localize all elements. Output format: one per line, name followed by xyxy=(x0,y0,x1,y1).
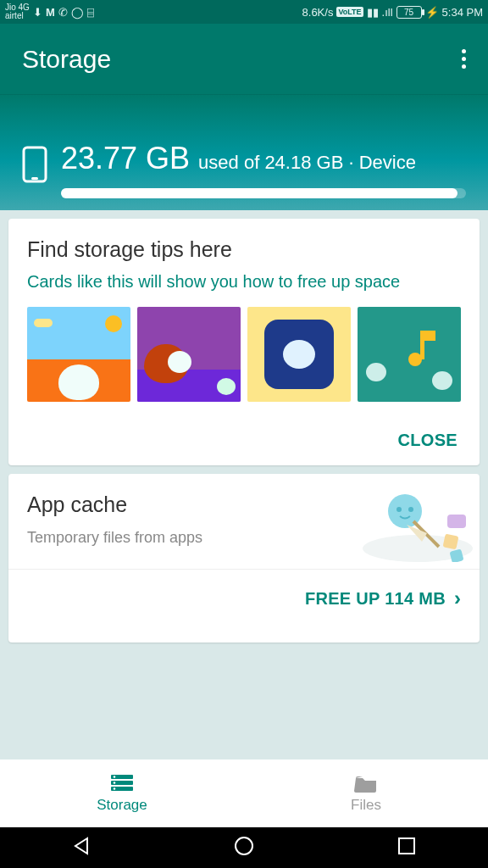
nav-files-label: Files xyxy=(351,797,381,814)
signal-2-icon: .ıll xyxy=(382,6,393,19)
tips-title: Find storage tips here xyxy=(27,237,461,262)
app-bar: Storage xyxy=(0,24,488,95)
content-area: Find storage tips here Cards like this w… xyxy=(0,210,488,760)
back-button[interactable] xyxy=(70,835,92,860)
usage-progress-fill xyxy=(61,188,458,198)
svg-point-2 xyxy=(408,353,422,366)
tips-thumb-files xyxy=(137,307,241,402)
m-icon: M xyxy=(46,6,55,19)
tips-thumb-music xyxy=(358,307,461,402)
charging-icon: ⚡ xyxy=(425,6,439,19)
tips-close-button[interactable]: CLOSE xyxy=(398,431,458,450)
svg-point-16 xyxy=(114,776,116,778)
battery-icon: 75 xyxy=(396,6,422,19)
download-icon: ⬇ xyxy=(33,6,42,19)
app-cache-card[interactable]: App cache Temporary files from apps FREE… xyxy=(8,474,480,643)
used-subtitle: used of 24.18 GB · Device xyxy=(198,152,416,174)
circle-icon: ◯ xyxy=(71,6,84,19)
cache-free-up-button[interactable]: FREE UP 114 MB xyxy=(305,589,446,609)
bottom-nav: Storage Files xyxy=(0,760,488,827)
svg-point-17 xyxy=(114,782,116,784)
tips-thumb-photos xyxy=(27,307,130,402)
svg-point-18 xyxy=(114,787,116,790)
nav-files[interactable]: Files xyxy=(244,760,488,827)
cache-illustration xyxy=(363,486,473,565)
nav-storage-label: Storage xyxy=(97,797,147,814)
folder-icon xyxy=(354,773,378,793)
tips-thumbnails xyxy=(27,307,461,402)
svg-rect-20 xyxy=(399,838,414,854)
whatsapp-icon: ✆ xyxy=(58,6,68,19)
tips-subtitle: Cards like this will show you how to fre… xyxy=(27,272,461,292)
svg-point-7 xyxy=(396,507,402,512)
net-speed: 8.6K/s xyxy=(302,6,334,19)
volte-badge: VoLTE xyxy=(336,7,363,17)
usage-progress-bar xyxy=(61,188,466,198)
device-icon xyxy=(22,146,47,186)
signal-1-icon: ▮▮ xyxy=(367,6,379,19)
tips-thumb-apps xyxy=(247,307,351,402)
android-nav-bar xyxy=(0,827,488,868)
used-value: 23.77 GB xyxy=(61,141,190,176)
svg-rect-10 xyxy=(447,515,466,528)
overflow-menu-button[interactable] xyxy=(462,49,466,69)
page-title: Storage xyxy=(22,45,111,74)
svg-point-8 xyxy=(408,507,413,512)
nav-storage[interactable]: Storage xyxy=(0,760,244,827)
carrier-label: Jio 4G airtel xyxy=(5,3,30,20)
clock: 5:34 PM xyxy=(442,6,483,19)
storage-icon xyxy=(109,773,135,793)
svg-rect-0 xyxy=(24,147,46,181)
svg-rect-11 xyxy=(443,534,459,550)
status-bar: Jio 4G airtel ⬇ M ✆ ◯ ⌸ 8.6K/s VoLTE ▮▮ … xyxy=(0,0,488,24)
instagram-icon: ⌸ xyxy=(87,6,94,19)
svg-rect-1 xyxy=(31,177,38,180)
home-button[interactable] xyxy=(233,835,255,860)
recents-button[interactable] xyxy=(396,835,418,860)
chevron-right-icon: › xyxy=(454,587,461,610)
svg-rect-4 xyxy=(420,331,435,341)
tips-card: Find storage tips here Cards like this w… xyxy=(8,219,480,465)
svg-point-19 xyxy=(236,837,252,854)
